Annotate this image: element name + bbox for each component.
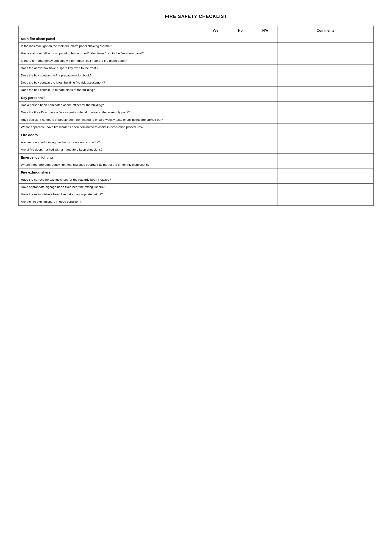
comments-cell[interactable] <box>278 65 374 72</box>
section-no-cell <box>228 35 253 43</box>
na-cell[interactable] <box>253 191 278 198</box>
yes-cell[interactable] <box>203 109 228 116</box>
yes-cell[interactable] <box>203 146 228 153</box>
yes-cell[interactable] <box>203 161 228 168</box>
yes-cell[interactable] <box>203 176 228 184</box>
section-title: Fire doors <box>19 131 203 139</box>
comments-cell[interactable] <box>278 146 374 153</box>
no-cell[interactable] <box>228 146 253 153</box>
no-cell[interactable] <box>228 191 253 198</box>
comments-cell[interactable] <box>278 184 374 191</box>
no-cell[interactable] <box>228 79 253 87</box>
section-header-key-personnel: Key personnel <box>19 94 374 102</box>
na-cell[interactable] <box>253 50 278 57</box>
comments-cell[interactable] <box>278 109 374 116</box>
no-cell[interactable] <box>228 72 253 79</box>
comments-cell[interactable] <box>278 116 374 124</box>
comments-cell[interactable] <box>278 161 374 168</box>
comments-cell[interactable] <box>278 176 374 184</box>
comments-cell[interactable] <box>278 198 374 206</box>
yes-cell[interactable] <box>203 139 228 146</box>
yes-cell[interactable] <box>203 43 228 50</box>
yes-cell[interactable] <box>203 116 228 124</box>
yes-cell[interactable] <box>203 198 228 206</box>
no-cell[interactable] <box>228 124 253 131</box>
comments-cell[interactable] <box>278 139 374 146</box>
yes-cell[interactable] <box>203 57 228 65</box>
question-text: Where applicable, have fire wardens been… <box>19 124 203 131</box>
comments-cell[interactable] <box>278 124 374 131</box>
section-yes-cell <box>203 153 228 161</box>
table-row: Does the box contain the latest building… <box>19 79 374 87</box>
comments-cell[interactable] <box>278 79 374 87</box>
yes-cell[interactable] <box>203 65 228 72</box>
section-yes-cell <box>203 94 228 102</box>
na-cell[interactable] <box>253 146 278 153</box>
no-cell[interactable] <box>228 176 253 184</box>
na-cell[interactable] <box>253 124 278 131</box>
no-cell[interactable] <box>228 184 253 191</box>
na-cell[interactable] <box>253 57 278 65</box>
yes-cell[interactable] <box>203 184 228 191</box>
col-header-na: N/A <box>253 26 278 35</box>
yes-cell[interactable] <box>203 79 228 87</box>
no-cell[interactable] <box>228 57 253 65</box>
comments-cell[interactable] <box>278 43 374 50</box>
section-na-cell <box>253 94 278 102</box>
no-cell[interactable] <box>228 50 253 57</box>
table-row: Have the correct fire extinguishers for … <box>19 176 374 184</box>
table-row: Are the fire extinguishers in good condi… <box>19 198 374 206</box>
na-cell[interactable] <box>253 72 278 79</box>
question-text: Have the extinguishers been fixed at an … <box>19 191 203 198</box>
na-cell[interactable] <box>253 161 278 168</box>
no-cell[interactable] <box>228 109 253 116</box>
no-cell[interactable] <box>228 116 253 124</box>
na-cell[interactable] <box>253 116 278 124</box>
table-row: Where applicable, have fire wardens been… <box>19 124 374 131</box>
section-na-cell <box>253 35 278 43</box>
no-cell[interactable] <box>228 161 253 168</box>
comments-cell[interactable] <box>278 72 374 79</box>
na-cell[interactable] <box>253 102 278 109</box>
no-cell[interactable] <box>228 139 253 146</box>
na-cell[interactable] <box>253 139 278 146</box>
comments-cell[interactable] <box>278 191 374 198</box>
na-cell[interactable] <box>253 109 278 116</box>
na-cell[interactable] <box>253 87 278 94</box>
question-text: Have sufficient numbers of people been n… <box>19 116 203 124</box>
no-cell[interactable] <box>228 87 253 94</box>
na-cell[interactable] <box>253 184 278 191</box>
yes-cell[interactable] <box>203 102 228 109</box>
comments-cell[interactable] <box>278 102 374 109</box>
yes-cell[interactable] <box>203 124 228 131</box>
section-comments-cell <box>278 94 374 102</box>
no-cell[interactable] <box>228 198 253 206</box>
no-cell[interactable] <box>228 65 253 72</box>
na-cell[interactable] <box>253 79 278 87</box>
question-text: Is the indicator light on the main fire … <box>19 43 203 50</box>
yes-cell[interactable] <box>203 72 228 79</box>
comments-cell[interactable] <box>278 50 374 57</box>
na-cell[interactable] <box>253 43 278 50</box>
yes-cell[interactable] <box>203 87 228 94</box>
yes-cell[interactable] <box>203 50 228 57</box>
section-no-cell <box>228 94 253 102</box>
comments-cell[interactable] <box>278 57 374 65</box>
question-text: Does the box contain up to date plans of… <box>19 87 203 94</box>
yes-cell[interactable] <box>203 191 228 198</box>
question-text: Does the above box have a spare key fixe… <box>19 65 203 72</box>
na-cell[interactable] <box>253 65 278 72</box>
na-cell[interactable] <box>253 176 278 184</box>
section-header-fire-extinguishers: Fire extinguishers <box>19 168 374 176</box>
na-cell[interactable] <box>253 198 278 206</box>
section-comments-cell <box>278 153 374 161</box>
col-header-yes: Yes <box>203 26 228 35</box>
no-cell[interactable] <box>228 102 253 109</box>
comments-cell[interactable] <box>278 87 374 94</box>
section-no-cell <box>228 168 253 176</box>
section-na-cell <box>253 168 278 176</box>
section-header-main-fire-alarm-panel: Main fire alarm panel <box>19 35 374 43</box>
no-cell[interactable] <box>228 43 253 50</box>
table-row: Does the fire officer have a fluorescent… <box>19 109 374 116</box>
question-text: Does the fire officer have a fluorescent… <box>19 109 203 116</box>
